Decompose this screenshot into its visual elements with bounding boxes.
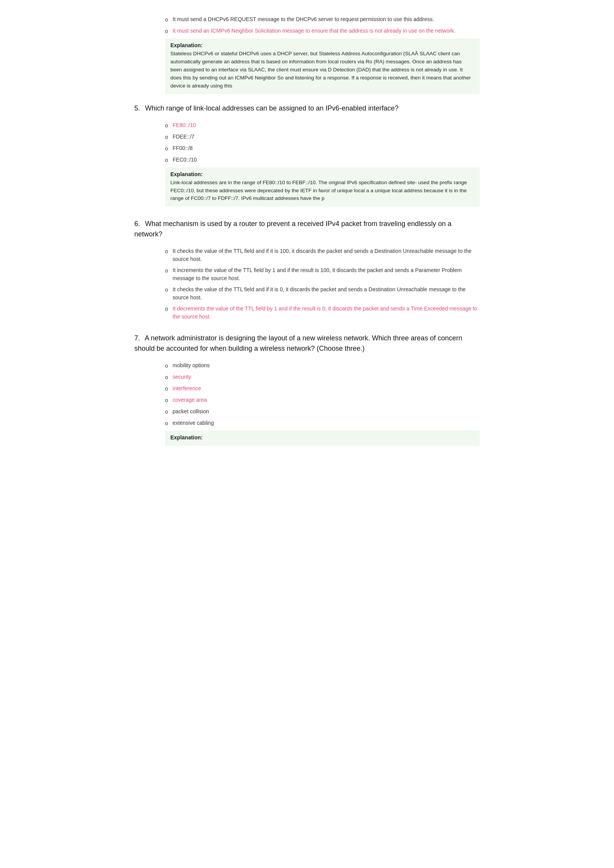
- option-text: FF00::/8: [173, 144, 193, 152]
- option-text: FDEE::/7: [173, 133, 195, 141]
- list-item: o FDEE::/7: [165, 133, 480, 141]
- option-text: It must send a DHCPv6 REQUEST message to…: [173, 15, 434, 23]
- option-text: It checks the value of the TTL field and…: [173, 285, 480, 302]
- bullet-icon: o: [165, 396, 168, 404]
- bullet-icon: o: [165, 133, 168, 141]
- question-7-body: A network administrator is designing the…: [134, 334, 462, 352]
- question-7-text: 7. A network administrator is designing …: [134, 333, 480, 354]
- continuation-section: o It must send a DHCPv6 REQUEST message …: [134, 15, 480, 94]
- explanation-label-5: Explanation:: [170, 171, 474, 177]
- list-item: o It checks the value of the TTL field a…: [165, 247, 480, 263]
- list-item: o mobility options: [165, 361, 480, 370]
- bullet-icon: o: [165, 156, 168, 164]
- bullet-icon: o: [165, 362, 168, 370]
- bullet-icon: o: [165, 248, 168, 256]
- bullet-icon: o: [165, 408, 168, 416]
- option-text: extensive cabling: [173, 419, 214, 427]
- question-6-body: What mechanism is used by a router to pr…: [134, 220, 451, 238]
- continuation-options: o It must send a DHCPv6 REQUEST message …: [165, 15, 480, 94]
- list-item: o It must send a DHCPv6 REQUEST message …: [165, 15, 480, 24]
- bullet-icon: o: [165, 27, 168, 35]
- option-text: FEC0::/10: [173, 156, 197, 164]
- explanation-block-7: Explanation:: [165, 431, 480, 446]
- list-item: o It checks the value of the TTL field a…: [165, 285, 480, 302]
- question-6-options: o It checks the value of the TTL field a…: [165, 247, 480, 321]
- list-item: o It decrements the value of the TTL fie…: [165, 305, 480, 321]
- list-item: o FF00::/8: [165, 144, 480, 153]
- bullet-icon: o: [165, 145, 168, 153]
- bullet-icon: o: [165, 16, 168, 24]
- option-text: mobility options: [173, 361, 210, 370]
- list-item: o It must send an ICMPv6 Neighbor Solici…: [165, 27, 480, 35]
- option-text-correct: FE80::/10: [173, 121, 196, 129]
- question-7-section: 7. A network administrator is designing …: [134, 333, 480, 446]
- question-5-body: Which range of link-local addresses can …: [145, 104, 398, 112]
- option-text: packet collision: [173, 408, 209, 416]
- content-area: o It must send a DHCPv6 REQUEST message …: [134, 15, 480, 446]
- bullet-icon: o: [165, 305, 168, 313]
- question-5-number: 5.: [134, 104, 140, 112]
- question-7-options: o mobility options o security o interfer…: [165, 361, 480, 446]
- bullet-icon: o: [165, 419, 168, 427]
- option-text-security: security: [173, 373, 191, 381]
- explanation-label: Explanation:: [170, 42, 474, 48]
- question-5-section: 5. Which range of link-local addresses c…: [134, 103, 480, 207]
- option-text-correct: It decrements the value of the TTL field…: [173, 305, 480, 321]
- option-text-interference: interference: [173, 384, 201, 393]
- bullet-icon: o: [165, 373, 168, 381]
- list-item: o FEC0::/10: [165, 156, 480, 164]
- bullet-icon: o: [165, 267, 168, 275]
- list-item: o interference: [165, 384, 480, 393]
- question-6-text: 6. What mechanism is used by a router to…: [134, 219, 480, 239]
- list-item: o packet collision: [165, 408, 480, 416]
- explanation-text-5: Link-local addresses are in the range of…: [170, 180, 467, 201]
- list-item: o extensive cabling: [165, 419, 480, 427]
- explanation-text: Stateless DHCPv6 or stateful DHCPv6 uses…: [170, 51, 471, 89]
- bullet-icon: o: [165, 122, 168, 130]
- list-item: o It increments the value of the TTL fie…: [165, 266, 480, 282]
- list-item: o FE80::/10: [165, 121, 480, 130]
- question-5-options: o FE80::/10 o FDEE::/7 o FF00::/8 o FEC0…: [165, 121, 480, 207]
- explanation-block: Explanation: Stateless DHCPv6 or statefu…: [165, 38, 480, 94]
- bullet-icon: o: [165, 286, 168, 294]
- explanation-block-5: Explanation: Link-local addresses are in…: [165, 167, 480, 207]
- bullet-icon: o: [165, 385, 168, 393]
- option-text: It increments the value of the TTL field…: [173, 266, 480, 282]
- list-item: o coverage area: [165, 396, 480, 404]
- option-text-correct: It must send an ICMPv6 Neighbor Solicita…: [173, 27, 456, 35]
- question-6-section: 6. What mechanism is used by a router to…: [134, 219, 480, 321]
- question-5-text: 5. Which range of link-local addresses c…: [134, 103, 480, 114]
- explanation-label-7: Explanation:: [170, 434, 474, 441]
- question-7-number: 7.: [134, 334, 140, 342]
- question-6-number: 6.: [134, 220, 140, 228]
- list-item: o security: [165, 373, 480, 381]
- option-text: It checks the value of the TTL field and…: [173, 247, 480, 263]
- option-text-coverage-area: coverage area: [173, 396, 207, 404]
